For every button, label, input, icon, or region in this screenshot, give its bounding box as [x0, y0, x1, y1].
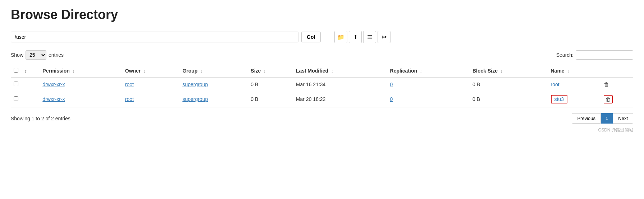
th-group: Group ↕: [179, 64, 248, 78]
table-row: drwxr-xr-x root supergroup 0 B Mar 16 21…: [11, 78, 633, 91]
replication-sort-icon: ↕: [420, 69, 422, 73]
row2-size: 0 B: [248, 91, 293, 107]
row2-checkbox[interactable]: [14, 96, 18, 101]
row1-checkbox[interactable]: [14, 82, 18, 86]
folder-icon: 📁: [337, 34, 344, 41]
table-body: drwxr-xr-x root supergroup 0 B Mar 16 21…: [11, 78, 633, 107]
path-input[interactable]: [11, 32, 298, 42]
row2-group-link[interactable]: supergroup: [182, 96, 208, 102]
row1-replication: 0: [387, 78, 470, 91]
row2-replication: 0: [387, 91, 470, 107]
th-checkbox: [11, 64, 22, 78]
files-table: ↕ Permission ↕ Owner ↕ Group ↕ Size ↕ La…: [11, 64, 633, 107]
row2-replication-link[interactable]: 0: [390, 96, 393, 102]
row1-owner-link[interactable]: root: [125, 82, 134, 87]
upload-icon-button[interactable]: ⬆: [349, 31, 362, 43]
group-sort-icon: ↕: [200, 69, 202, 73]
select-all-checkbox[interactable]: [14, 68, 18, 73]
watermark: CSDN @路过倾城: [11, 127, 633, 133]
th-owner: Owner ↕: [122, 64, 180, 78]
row2-permission: drwxr-xr-x: [40, 91, 122, 107]
row1-permission-link[interactable]: drwxr-xr-x: [42, 82, 65, 87]
row2-block-size: 0 B: [470, 91, 548, 107]
owner-sort-icon: ↕: [143, 69, 146, 73]
name-sort-icon: ↕: [567, 69, 570, 73]
row2-group: supergroup: [179, 91, 248, 107]
row1-name-link[interactable]: root: [551, 82, 559, 87]
row2-name-cell: stu3: [548, 91, 601, 107]
th-actions: [601, 64, 633, 78]
row2-icon-cell: [22, 91, 40, 107]
row2-permission-link[interactable]: drwxr-xr-x: [42, 96, 65, 102]
footer-row: Showing 1 to 2 of 2 entries Previous 1 N…: [11, 113, 633, 124]
row1-permission: drwxr-xr-x: [40, 78, 122, 91]
icon-buttons: 📁 ⬆ ☰ ✂: [334, 31, 390, 43]
upload-icon: ⬆: [353, 34, 358, 41]
row2-checkbox-cell: [11, 91, 22, 107]
th-replication: Replication ↕: [387, 64, 470, 78]
row2-actions: 🗑: [601, 91, 633, 107]
row2-last-modified: Mar 20 18:22: [293, 91, 387, 107]
sort-icon: ↕: [24, 68, 27, 74]
show-label: Show: [11, 52, 23, 58]
search-box: Search:: [556, 50, 633, 60]
row1-owner: root: [122, 78, 180, 91]
list-icon-button[interactable]: ☰: [363, 31, 376, 43]
th-size: Size ↕: [248, 64, 293, 78]
entries-label: entries: [49, 52, 64, 58]
row2-owner: root: [122, 91, 180, 107]
search-input[interactable]: [576, 50, 633, 60]
table-row: drwxr-xr-x root supergroup 0 B Mar 20 18…: [11, 91, 633, 107]
row1-name-cell: root: [548, 78, 601, 91]
row2-delete-button[interactable]: 🗑: [604, 95, 613, 103]
controls-row: Show 25 10 50 100 entries Search:: [11, 50, 633, 60]
prev-page-button[interactable]: Previous: [572, 113, 601, 124]
showing-text: Showing 1 to 2 of 2 entries: [11, 116, 70, 121]
entries-select[interactable]: 25 10 50 100: [26, 50, 46, 60]
pagination: Previous 1 Next: [572, 113, 633, 124]
th-block-size: Block Size ↕: [470, 64, 548, 78]
row1-group-link[interactable]: supergroup: [182, 82, 208, 87]
row1-replication-link[interactable]: 0: [390, 82, 393, 87]
th-permission: Permission ↕: [40, 64, 122, 78]
search-label: Search:: [556, 52, 574, 58]
row1-icon-cell: [22, 78, 40, 91]
row1-last-modified: Mar 16 21:34: [293, 78, 387, 91]
row1-actions: 🗑: [601, 78, 633, 91]
row1-block-size: 0 B: [470, 78, 548, 91]
go-button[interactable]: Go!: [301, 32, 321, 42]
folder-icon-button[interactable]: 📁: [334, 31, 347, 43]
size-sort-icon: ↕: [264, 69, 266, 73]
row1-group: supergroup: [179, 78, 248, 91]
modified-sort-icon: ↕: [331, 69, 333, 73]
row1-size: 0 B: [248, 78, 293, 91]
list-icon: ☰: [367, 34, 372, 41]
row2-owner-link[interactable]: root: [125, 96, 134, 102]
row1-checkbox-cell: [11, 78, 22, 91]
table-header: ↕ Permission ↕ Owner ↕ Group ↕ Size ↕ La…: [11, 64, 633, 78]
th-name: Name ↕: [548, 64, 601, 78]
row1-delete-button[interactable]: 🗑: [604, 81, 609, 87]
show-entries: Show 25 10 50 100 entries: [11, 50, 64, 60]
current-page: 1: [601, 113, 613, 124]
toolbar: Go! 📁 ⬆ ☰ ✂: [11, 31, 633, 43]
th-last-modified: Last Modified ↕: [293, 64, 387, 78]
permission-sort-icon: ↕: [73, 69, 75, 73]
next-page-button[interactable]: Next: [613, 113, 633, 124]
move-icon: ✂: [382, 34, 387, 41]
th-sort: ↕: [22, 64, 40, 78]
blocksize-sort-icon: ↕: [501, 69, 503, 73]
row2-name-link[interactable]: stu3: [554, 96, 564, 102]
move-icon-button[interactable]: ✂: [378, 31, 390, 43]
page-title: Browse Directory: [11, 7, 633, 22]
